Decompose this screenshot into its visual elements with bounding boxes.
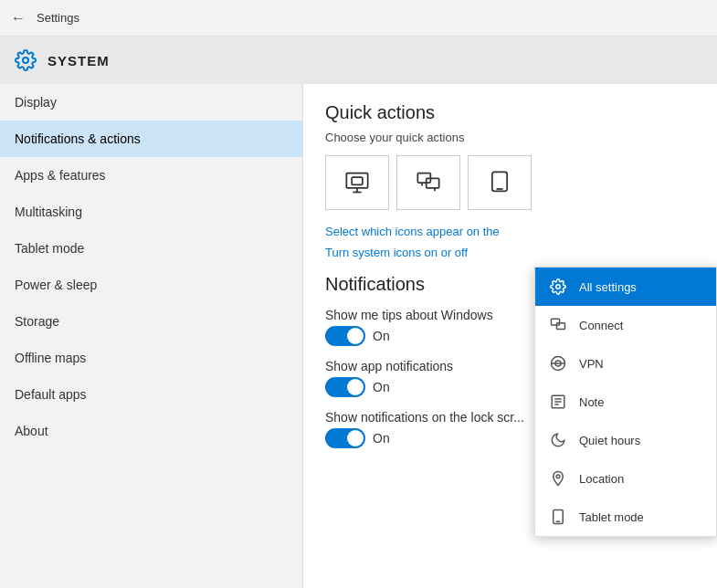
dropdown-item-all-settings[interactable]: All settings (535, 268, 716, 306)
quick-action-tile-1[interactable] (325, 155, 389, 210)
dropdown-item-location[interactable]: Location (535, 459, 716, 498)
quick-actions-grid (325, 155, 695, 210)
dropdown-item-all-settings-label: All settings (579, 280, 637, 294)
dropdown-item-vpn[interactable]: VPN (535, 344, 716, 383)
sidebar-item-multitasking[interactable]: Multitasking (0, 194, 302, 230)
gear-icon (15, 49, 37, 71)
quick-action-tile-2[interactable] (396, 155, 460, 210)
note-icon (548, 392, 568, 412)
dropdown-item-note[interactable]: Note (535, 383, 716, 421)
title-bar: ← Settings (0, 0, 717, 37)
quick-actions-section: Quick actions Choose your quick actions (325, 102, 695, 259)
toggle-app-state: On (373, 380, 390, 394)
dropdown-item-tablet-mode[interactable]: Tablet mode (535, 498, 716, 536)
header: SYSTEM (0, 37, 717, 84)
sidebar-item-notifications[interactable]: Notifications & actions (0, 121, 302, 157)
tablet-mode-icon (548, 507, 568, 527)
quick-actions-subtitle: Choose your quick actions (325, 131, 695, 144)
quiet-hours-icon (548, 430, 568, 450)
connect-display-icon (416, 170, 441, 195)
sidebar-item-apps[interactable]: Apps & features (0, 157, 302, 194)
toggle-app-notifications[interactable] (325, 377, 365, 397)
screen-rotate-icon (487, 170, 512, 195)
quick-actions-title: Quick actions (325, 102, 695, 123)
quick-action-tile-3[interactable] (468, 155, 532, 210)
toggle-lock-state: On (373, 431, 390, 446)
dropdown-item-vpn-label: VPN (579, 357, 604, 371)
toggle-tips[interactable] (325, 326, 365, 346)
all-settings-icon (548, 277, 568, 297)
quick-actions-dropdown: All settings Connect (534, 267, 717, 537)
back-button[interactable]: ← (11, 10, 26, 26)
dropdown-item-note-label: Note (579, 395, 604, 409)
svg-rect-4 (352, 177, 363, 184)
sidebar-item-storage[interactable]: Storage (0, 303, 302, 340)
sidebar-item-tablet[interactable]: Tablet mode (0, 230, 302, 267)
system-icons-link[interactable]: Turn system icons on or off (325, 246, 695, 259)
sidebar-item-offline-maps[interactable]: Offline maps (0, 340, 302, 376)
sidebar-item-power[interactable]: Power & sleep (0, 267, 302, 303)
toggle-lock-screen[interactable] (325, 428, 365, 448)
sidebar-item-about[interactable]: About (0, 413, 302, 449)
sidebar-item-default-apps[interactable]: Default apps (0, 376, 302, 413)
dropdown-item-location-label: Location (579, 472, 624, 486)
sidebar-item-display[interactable]: Display (0, 84, 302, 121)
svg-point-0 (23, 58, 28, 63)
main-layout: Display Notifications & actions Apps & f… (0, 84, 717, 588)
vpn-icon (548, 353, 568, 373)
dropdown-item-quiet-hours[interactable]: Quiet hours (535, 421, 716, 459)
dropdown-item-connect-label: Connect (579, 319, 623, 332)
toggle-tips-state: On (373, 329, 390, 343)
svg-rect-1 (346, 173, 367, 188)
svg-point-11 (556, 285, 561, 289)
screen-project-icon (344, 170, 370, 195)
location-icon (548, 468, 568, 488)
svg-rect-13 (557, 323, 565, 330)
system-header-title: SYSTEM (47, 53, 110, 68)
dropdown-item-quiet-hours-label: Quiet hours (579, 434, 640, 447)
sidebar: Display Notifications & actions Apps & f… (0, 84, 303, 588)
dropdown-item-connect[interactable]: Connect (535, 306, 716, 344)
select-icons-link[interactable]: Select which icons appear on the (325, 225, 695, 238)
connect-icon (548, 315, 568, 335)
content-panel: Quick actions Choose your quick actions (303, 84, 717, 588)
dropdown-item-tablet-mode-label: Tablet mode (579, 510, 644, 524)
window-title: Settings (37, 11, 79, 25)
svg-point-20 (556, 475, 560, 478)
svg-rect-12 (552, 319, 560, 325)
